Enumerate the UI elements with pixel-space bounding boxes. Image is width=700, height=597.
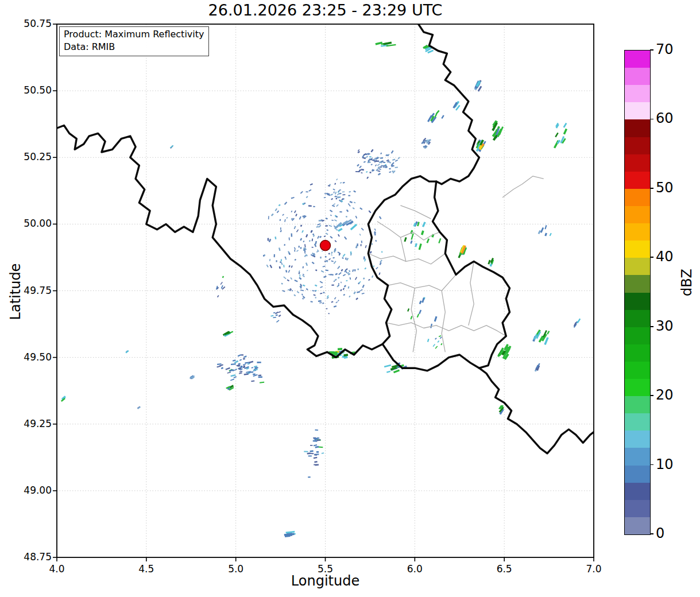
radar-echo [328,253,330,255]
radar-echo [258,375,262,377]
radar-echo [386,44,396,47]
radar-echo [357,164,359,167]
country-border [479,368,594,453]
colorbar-band [625,258,650,276]
radar-echo [285,534,292,536]
radar-echo [295,214,297,216]
colorbar-tick [650,326,653,327]
radar-echo [342,191,345,192]
radar-echo [352,269,354,272]
radar-echo [284,219,285,222]
radar-echo [251,380,254,382]
radar-echo [380,153,382,154]
colorbar-band [625,275,650,293]
radar-echo [274,254,275,257]
radar-echo [389,168,390,170]
radar-echo [335,273,338,276]
radar-echo [305,262,308,266]
y-tick-label: 50.00 [0,218,52,229]
colorbar-tick [650,257,653,258]
radar-echo [281,283,283,285]
radar-echo [291,197,295,199]
radar-echo [364,268,366,270]
radar-echo [319,236,322,238]
radar-echo [314,455,317,456]
colorbar-band [625,361,650,379]
radar-echo [280,219,281,220]
colorbar-tick-label: 50 [656,180,674,196]
radar-echo [370,172,372,173]
radar-echo [332,257,334,259]
radar-echo [303,285,305,287]
radar-echo [284,201,287,205]
radar-echo [555,133,559,138]
radar-echo [359,165,362,168]
radar-echo [319,302,322,303]
radar-echo [343,274,346,276]
radar-echo [374,228,376,231]
x-tick-label: 5.5 [318,563,333,575]
radar-echo [320,281,323,284]
radar-echo [239,371,242,373]
radar-echo [341,282,342,284]
radar-echo [306,196,308,198]
radar-echo [266,265,269,268]
radar-echo [334,278,337,281]
radar-echo [238,354,241,357]
radar-echo [303,241,304,242]
radar-echo [370,251,372,254]
radar-echo [435,346,438,349]
product-info-box: Product: Maximum Reflectivity Data: RMIB [59,26,209,56]
colorbar-band [625,431,650,448]
radar-echo [365,156,369,158]
radar-echo [268,216,269,219]
colorbar-band [625,137,650,154]
colorbar-band [625,85,650,103]
radar-echo [326,270,328,272]
radar-echo [374,234,376,235]
radar-echo [230,374,235,377]
radar-echo [338,277,340,279]
radar-echo [335,192,337,195]
radar-echo [335,198,337,200]
radar-echo [375,164,377,166]
radar-echo [331,285,334,286]
radar-echo [279,266,281,269]
radar-echo [284,244,285,246]
radar-echo [276,314,278,316]
radar-echo [314,457,318,459]
radar-echo [330,274,334,276]
district-border [368,254,445,265]
radar-echo [404,237,407,242]
radar-echo [308,476,311,478]
radar-echo [288,253,291,255]
radar-echo [302,298,304,300]
colorbar-band [625,241,650,258]
radar-echo [269,259,270,261]
radar-echo [244,373,249,375]
radar-echo [260,382,264,383]
radar-echo [270,315,273,317]
radar-echo [305,191,308,192]
radar-echo [310,445,312,446]
colorbar-tick-label: 60 [656,110,674,126]
y-tick-label: 50.50 [0,84,52,96]
radar-echo [280,230,282,232]
radar-echo [354,269,355,272]
radar-echo [419,310,421,315]
radar-echo [337,196,340,198]
colorbar-tick [650,395,653,396]
radar-echo [273,317,276,318]
radar-echo [365,245,367,248]
radar-echo [407,308,409,312]
radar-echo [540,227,544,233]
radar-echo [348,195,350,196]
colorbar-band [625,482,650,500]
radar-echo [288,270,291,273]
radar-echo [387,155,389,156]
radar-echo [292,290,293,292]
x-tick-label: 6.0 [407,563,423,575]
radar-echo [279,204,281,207]
radar-echo [221,367,224,369]
radar-echo [357,269,359,270]
